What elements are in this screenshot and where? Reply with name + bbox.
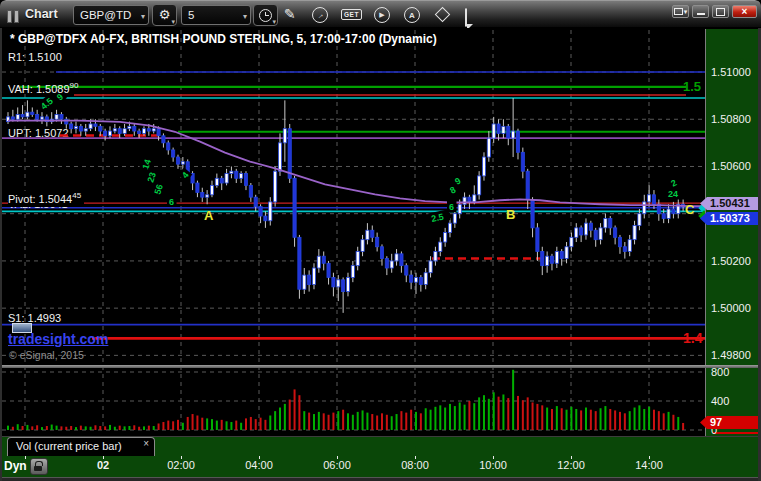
volume-bar: [12, 427, 14, 430]
volume-bar: [128, 426, 130, 430]
pivot-text: Pivot: 1.5044: [8, 193, 72, 205]
volume-bar: [517, 396, 519, 430]
volume-bar: [386, 415, 388, 430]
volume-bar: [634, 408, 636, 430]
tab-volume-study[interactable]: Vol (current price bar) ×: [7, 437, 155, 456]
candle-body: [419, 277, 422, 284]
trade-annotation: 6: [449, 202, 454, 212]
pane-splitter[interactable]: [0, 365, 761, 368]
volume-bar: [439, 405, 441, 430]
candle-body: [366, 230, 369, 239]
volume-bar: [464, 405, 466, 430]
volume-bar: [585, 408, 587, 430]
volume-bar: [201, 418, 203, 430]
volume-bar: [434, 407, 436, 430]
price-axis-label: 1.51000: [711, 66, 751, 78]
candle-body: [376, 237, 379, 246]
volume-bar: [26, 425, 28, 430]
volume-bar: [396, 414, 398, 430]
candle-body: [507, 126, 510, 138]
volume-bar: [177, 420, 179, 430]
volume-bar: [80, 426, 82, 430]
letter-marker-B: B: [506, 207, 515, 222]
close-icon[interactable]: ×: [143, 438, 149, 450]
price-axis-label: 1.50800: [711, 113, 751, 125]
candle-body: [108, 131, 111, 136]
volume-bar: [556, 406, 558, 430]
volume-bar: [264, 420, 266, 430]
candle-body: [492, 124, 495, 138]
volume-bar: [638, 405, 640, 430]
candle-body: [652, 195, 655, 204]
volume-bar: [600, 408, 602, 430]
volume-bar: [444, 408, 446, 430]
volume-bar: [313, 414, 315, 430]
letter-marker-C: C: [685, 202, 695, 217]
candle-body: [439, 242, 442, 251]
candle-body: [448, 223, 451, 232]
window-left-border: [0, 28, 2, 481]
volume-bar: [289, 400, 291, 430]
volume-bar: [366, 413, 368, 430]
volume-bar: [260, 418, 262, 430]
candle-body: [264, 216, 267, 221]
candle-body: [536, 228, 539, 252]
candle-body: [395, 254, 398, 261]
candle-body: [142, 129, 145, 134]
candle-body: [400, 254, 403, 266]
trade-annotation: 2.5: [430, 212, 444, 224]
pivot-superscript: 45: [72, 191, 81, 200]
candle-body: [94, 124, 97, 126]
candle-body: [570, 237, 573, 246]
candle-body: [157, 129, 160, 136]
volume-bar: [575, 409, 577, 430]
tab-row: Vol (current price bar) ×: [2, 437, 758, 456]
volume-bar: [36, 425, 38, 430]
candle-body: [342, 280, 345, 292]
candle-body: [259, 207, 262, 216]
candle-body: [201, 192, 204, 197]
volume-bar: [342, 410, 344, 430]
volume-bar: [235, 421, 237, 430]
volume-bar: [566, 410, 568, 430]
candle-body: [599, 228, 602, 240]
volume-bar: [153, 426, 155, 430]
pivot-level-label: Pivot: 1.504445: [8, 191, 84, 207]
watermark-link[interactable]: tradesight.com: [8, 331, 108, 347]
time-axis-label: 08:00: [401, 459, 429, 471]
candle-body: [55, 115, 58, 120]
volume-axis-label: 400: [711, 395, 729, 407]
candle-body: [104, 131, 107, 136]
time-axis-tick: [337, 456, 338, 459]
candle-body: [614, 228, 617, 237]
volume-bar: [468, 401, 470, 430]
volume-bar: [65, 427, 67, 430]
candle-body: [206, 195, 209, 197]
volume-bar: [668, 412, 670, 430]
chart-plot[interactable]: 4.59142356642.5689242ABC: [0, 0, 761, 481]
candle-body: [565, 247, 568, 259]
volume-bar: [17, 424, 19, 430]
last-value-tag: 1.50373: [700, 212, 761, 225]
candle-body: [560, 251, 563, 258]
lock-icon[interactable]: [30, 458, 48, 475]
candle-body: [502, 126, 505, 133]
volume-bar: [226, 421, 228, 430]
volume-bar: [658, 411, 660, 430]
volume-bar: [162, 422, 164, 430]
copyright-text: © eSignal, 2015: [9, 349, 84, 361]
candle-body: [138, 131, 141, 133]
price-axis-panel: 1.510001.508001.506001.502001.500001.498…: [705, 29, 758, 477]
last-value-tag: 1.50431: [700, 197, 761, 210]
candle-body: [283, 129, 286, 143]
dynamic-mode-label[interactable]: Dyn: [4, 459, 27, 473]
candle-body: [487, 138, 490, 157]
volume-bar: [352, 415, 354, 430]
candle-body: [589, 223, 592, 230]
volume-bar: [318, 412, 320, 430]
volume-bar: [498, 397, 500, 430]
volume-bar: [245, 418, 247, 430]
candle-body: [215, 178, 218, 185]
red-line-price-label: 1.4: [683, 330, 702, 346]
candle-body: [269, 202, 272, 221]
